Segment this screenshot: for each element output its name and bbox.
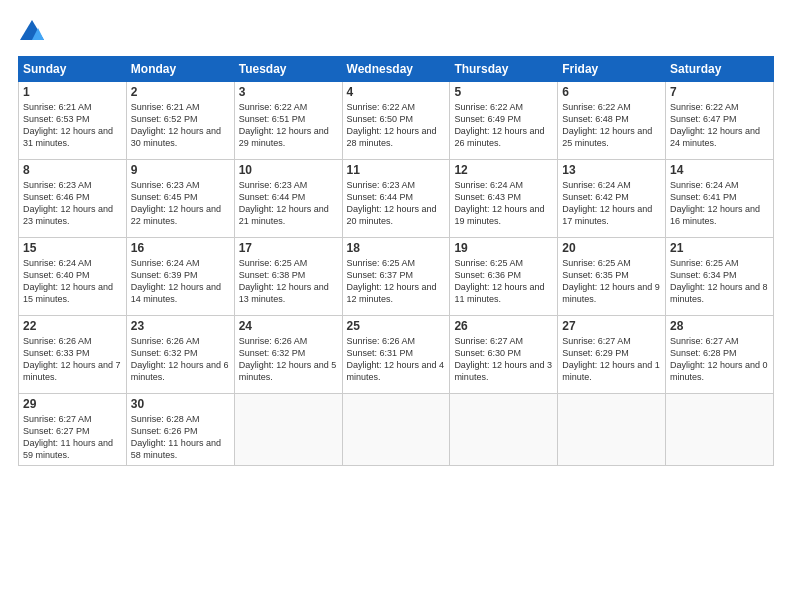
page: SundayMondayTuesdayWednesdayThursdayFrid… [0,0,792,476]
calendar-week-4: 22 Sunrise: 6:26 AMSunset: 6:33 PMDaylig… [19,316,774,394]
day-number: 14 [670,163,769,177]
calendar-week-5: 29 Sunrise: 6:27 AMSunset: 6:27 PMDaylig… [19,394,774,466]
day-number: 28 [670,319,769,333]
day-number: 8 [23,163,122,177]
col-header-thursday: Thursday [450,57,558,82]
logo-icon [18,18,46,46]
cell-info: Sunrise: 6:24 AMSunset: 6:40 PMDaylight:… [23,257,122,306]
day-number: 12 [454,163,553,177]
cell-info: Sunrise: 6:22 AMSunset: 6:51 PMDaylight:… [239,101,338,150]
day-number: 3 [239,85,338,99]
cell-info: Sunrise: 6:24 AMSunset: 6:41 PMDaylight:… [670,179,769,228]
cell-info: Sunrise: 6:23 AMSunset: 6:44 PMDaylight:… [347,179,446,228]
cell-info: Sunrise: 6:22 AMSunset: 6:47 PMDaylight:… [670,101,769,150]
day-number: 23 [131,319,230,333]
cell-info: Sunrise: 6:22 AMSunset: 6:50 PMDaylight:… [347,101,446,150]
calendar-cell: 28 Sunrise: 6:27 AMSunset: 6:28 PMDaylig… [666,316,774,394]
col-header-sunday: Sunday [19,57,127,82]
cell-info: Sunrise: 6:21 AMSunset: 6:52 PMDaylight:… [131,101,230,150]
header [18,18,774,46]
col-header-tuesday: Tuesday [234,57,342,82]
calendar-cell: 15 Sunrise: 6:24 AMSunset: 6:40 PMDaylig… [19,238,127,316]
day-number: 27 [562,319,661,333]
cell-info: Sunrise: 6:25 AMSunset: 6:34 PMDaylight:… [670,257,769,306]
cell-info: Sunrise: 6:25 AMSunset: 6:38 PMDaylight:… [239,257,338,306]
day-number: 5 [454,85,553,99]
day-number: 20 [562,241,661,255]
day-number: 16 [131,241,230,255]
calendar-cell: 11 Sunrise: 6:23 AMSunset: 6:44 PMDaylig… [342,160,450,238]
col-header-monday: Monday [126,57,234,82]
calendar-cell: 30 Sunrise: 6:28 AMSunset: 6:26 PMDaylig… [126,394,234,466]
day-number: 26 [454,319,553,333]
cell-info: Sunrise: 6:21 AMSunset: 6:53 PMDaylight:… [23,101,122,150]
calendar-cell: 25 Sunrise: 6:26 AMSunset: 6:31 PMDaylig… [342,316,450,394]
cell-info: Sunrise: 6:27 AMSunset: 6:27 PMDaylight:… [23,413,122,462]
calendar-cell: 20 Sunrise: 6:25 AMSunset: 6:35 PMDaylig… [558,238,666,316]
day-number: 4 [347,85,446,99]
cell-info: Sunrise: 6:26 AMSunset: 6:32 PMDaylight:… [131,335,230,384]
logo [18,18,50,46]
calendar-week-3: 15 Sunrise: 6:24 AMSunset: 6:40 PMDaylig… [19,238,774,316]
calendar-cell [342,394,450,466]
day-number: 13 [562,163,661,177]
calendar-body: 1 Sunrise: 6:21 AMSunset: 6:53 PMDayligh… [19,82,774,466]
calendar-cell: 24 Sunrise: 6:26 AMSunset: 6:32 PMDaylig… [234,316,342,394]
calendar-cell: 19 Sunrise: 6:25 AMSunset: 6:36 PMDaylig… [450,238,558,316]
calendar-cell: 7 Sunrise: 6:22 AMSunset: 6:47 PMDayligh… [666,82,774,160]
calendar-cell [558,394,666,466]
day-number: 21 [670,241,769,255]
calendar-cell: 4 Sunrise: 6:22 AMSunset: 6:50 PMDayligh… [342,82,450,160]
calendar-cell: 23 Sunrise: 6:26 AMSunset: 6:32 PMDaylig… [126,316,234,394]
cell-info: Sunrise: 6:27 AMSunset: 6:29 PMDaylight:… [562,335,661,384]
calendar-cell: 10 Sunrise: 6:23 AMSunset: 6:44 PMDaylig… [234,160,342,238]
calendar-header-row: SundayMondayTuesdayWednesdayThursdayFrid… [19,57,774,82]
col-header-saturday: Saturday [666,57,774,82]
day-number: 10 [239,163,338,177]
day-number: 24 [239,319,338,333]
day-number: 17 [239,241,338,255]
col-header-friday: Friday [558,57,666,82]
cell-info: Sunrise: 6:25 AMSunset: 6:35 PMDaylight:… [562,257,661,306]
calendar-cell: 16 Sunrise: 6:24 AMSunset: 6:39 PMDaylig… [126,238,234,316]
calendar-cell [666,394,774,466]
cell-info: Sunrise: 6:23 AMSunset: 6:44 PMDaylight:… [239,179,338,228]
calendar-table: SundayMondayTuesdayWednesdayThursdayFrid… [18,56,774,466]
calendar-cell: 29 Sunrise: 6:27 AMSunset: 6:27 PMDaylig… [19,394,127,466]
day-number: 15 [23,241,122,255]
day-number: 9 [131,163,230,177]
calendar-cell: 22 Sunrise: 6:26 AMSunset: 6:33 PMDaylig… [19,316,127,394]
day-number: 29 [23,397,122,411]
calendar-cell: 5 Sunrise: 6:22 AMSunset: 6:49 PMDayligh… [450,82,558,160]
calendar-cell: 3 Sunrise: 6:22 AMSunset: 6:51 PMDayligh… [234,82,342,160]
cell-info: Sunrise: 6:28 AMSunset: 6:26 PMDaylight:… [131,413,230,462]
cell-info: Sunrise: 6:22 AMSunset: 6:48 PMDaylight:… [562,101,661,150]
calendar-cell: 21 Sunrise: 6:25 AMSunset: 6:34 PMDaylig… [666,238,774,316]
day-number: 22 [23,319,122,333]
day-number: 2 [131,85,230,99]
calendar-cell: 26 Sunrise: 6:27 AMSunset: 6:30 PMDaylig… [450,316,558,394]
calendar-cell: 2 Sunrise: 6:21 AMSunset: 6:52 PMDayligh… [126,82,234,160]
cell-info: Sunrise: 6:24 AMSunset: 6:43 PMDaylight:… [454,179,553,228]
day-number: 11 [347,163,446,177]
cell-info: Sunrise: 6:23 AMSunset: 6:45 PMDaylight:… [131,179,230,228]
cell-info: Sunrise: 6:22 AMSunset: 6:49 PMDaylight:… [454,101,553,150]
calendar-week-2: 8 Sunrise: 6:23 AMSunset: 6:46 PMDayligh… [19,160,774,238]
calendar-cell: 18 Sunrise: 6:25 AMSunset: 6:37 PMDaylig… [342,238,450,316]
cell-info: Sunrise: 6:26 AMSunset: 6:33 PMDaylight:… [23,335,122,384]
cell-info: Sunrise: 6:27 AMSunset: 6:30 PMDaylight:… [454,335,553,384]
day-number: 19 [454,241,553,255]
cell-info: Sunrise: 6:24 AMSunset: 6:39 PMDaylight:… [131,257,230,306]
day-number: 25 [347,319,446,333]
day-number: 30 [131,397,230,411]
calendar-cell: 27 Sunrise: 6:27 AMSunset: 6:29 PMDaylig… [558,316,666,394]
calendar-cell: 12 Sunrise: 6:24 AMSunset: 6:43 PMDaylig… [450,160,558,238]
cell-info: Sunrise: 6:25 AMSunset: 6:36 PMDaylight:… [454,257,553,306]
cell-info: Sunrise: 6:24 AMSunset: 6:42 PMDaylight:… [562,179,661,228]
calendar-cell: 9 Sunrise: 6:23 AMSunset: 6:45 PMDayligh… [126,160,234,238]
col-header-wednesday: Wednesday [342,57,450,82]
cell-info: Sunrise: 6:26 AMSunset: 6:32 PMDaylight:… [239,335,338,384]
calendar-cell [234,394,342,466]
calendar-cell: 6 Sunrise: 6:22 AMSunset: 6:48 PMDayligh… [558,82,666,160]
calendar-cell: 1 Sunrise: 6:21 AMSunset: 6:53 PMDayligh… [19,82,127,160]
